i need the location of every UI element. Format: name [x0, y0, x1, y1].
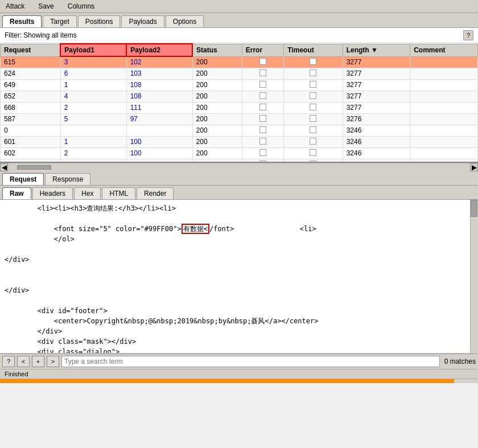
help-button[interactable]: ?	[2, 356, 15, 367]
table-cell: 3246	[343, 136, 410, 147]
timeout-checkbox[interactable]	[310, 138, 316, 145]
table-cell	[410, 159, 478, 163]
table-cell	[284, 136, 343, 147]
timeout-checkbox[interactable]	[310, 115, 316, 122]
col-comment[interactable]: Comment	[410, 44, 478, 56]
timeout-checkbox[interactable]	[310, 69, 316, 76]
tab-options[interactable]: Options	[166, 15, 204, 27]
table-cell: 624	[1, 68, 61, 79]
code-scroll-thumb[interactable]	[471, 200, 477, 217]
timeout-checkbox[interactable]	[310, 58, 316, 65]
table-row[interactable]: 60331002003246	[1, 159, 478, 163]
col-error[interactable]: Error	[242, 44, 284, 56]
timeout-checkbox[interactable]	[310, 126, 316, 133]
table-cell: 3	[60, 56, 126, 68]
search-input[interactable]	[61, 356, 440, 367]
table-cell	[242, 113, 284, 125]
tab-request[interactable]: Request	[2, 173, 44, 185]
tab-headers[interactable]: Headers	[32, 187, 73, 199]
table-cell: 2	[60, 102, 126, 113]
table-cell: 200	[192, 79, 242, 91]
timeout-checkbox[interactable]	[310, 149, 316, 156]
table-cell: 4	[60, 91, 126, 102]
error-checkbox[interactable]	[259, 115, 266, 122]
table-cell: 2	[60, 147, 126, 159]
col-payload2[interactable]: Payload2	[126, 44, 192, 56]
tab-payloads[interactable]: Payloads	[121, 15, 164, 27]
tab-positions[interactable]: Positions	[78, 15, 121, 27]
error-checkbox[interactable]	[259, 104, 266, 110]
table-cell: 1	[60, 136, 126, 147]
filter-help-button[interactable]: ?	[463, 30, 473, 40]
col-timeout[interactable]: Timeout	[284, 44, 343, 56]
table-cell: 1	[60, 79, 126, 91]
view-tabs: Raw Headers Hex HTML Render	[0, 186, 478, 200]
table-cell: 100	[126, 159, 192, 163]
error-checkbox[interactable]	[259, 58, 266, 65]
error-checkbox[interactable]	[259, 149, 266, 156]
col-payload1[interactable]: Payload1	[60, 44, 126, 56]
highlighted-text: 有数据<	[182, 224, 209, 234]
table-cell	[410, 91, 478, 102]
table-row[interactable]: 64911082003277	[1, 79, 478, 91]
table-cell: 587	[1, 113, 61, 125]
table-cell	[284, 68, 343, 79]
table-cell	[410, 113, 478, 125]
timeout-checkbox[interactable]	[310, 104, 316, 110]
error-checkbox[interactable]	[259, 126, 266, 133]
menu-columns[interactable]: Columns	[64, 1, 98, 11]
tab-results[interactable]: Results	[2, 15, 42, 27]
table-cell: 100	[126, 147, 192, 159]
table-cell: 200	[192, 91, 242, 102]
col-status[interactable]: Status	[192, 44, 242, 56]
table-cell: 103	[126, 68, 192, 79]
table-row[interactable]: 65241082003277	[1, 91, 478, 102]
code-vertical-scrollbar[interactable]	[470, 200, 478, 353]
scrollbar-thumb[interactable]	[17, 165, 51, 170]
timeout-checkbox[interactable]	[310, 81, 316, 88]
table-cell: 200	[192, 56, 242, 68]
col-length[interactable]: Length ▼	[343, 44, 410, 56]
table-cell: 200	[192, 147, 242, 159]
error-checkbox[interactable]	[259, 81, 266, 88]
table-cell	[284, 79, 343, 91]
table-cell	[242, 68, 284, 79]
scroll-left-btn[interactable]: ◀	[0, 163, 8, 171]
table-row[interactable]: 60111002003246	[1, 136, 478, 147]
table-row[interactable]: 60221002003246	[1, 147, 478, 159]
tab-hex[interactable]: Hex	[74, 187, 101, 199]
table-row[interactable]: 62461032003277	[1, 68, 478, 79]
tab-render[interactable]: Render	[137, 187, 174, 199]
toolbar: Results Target Positions Payloads Option…	[0, 13, 478, 28]
tab-html[interactable]: HTML	[102, 187, 135, 199]
timeout-checkbox[interactable]	[310, 161, 316, 163]
menu-save[interactable]: Save	[35, 1, 57, 11]
table-cell	[410, 125, 478, 136]
progress-bar-container	[0, 379, 478, 383]
error-checkbox[interactable]	[259, 69, 266, 76]
col-request[interactable]: Request	[1, 44, 61, 56]
horizontal-scrollbar[interactable]: ◀ ▶	[0, 163, 478, 171]
scroll-right-btn[interactable]: ▶	[470, 163, 478, 171]
add-button[interactable]: +	[32, 356, 44, 367]
table-cell	[410, 147, 478, 159]
table-cell: 111	[126, 102, 192, 113]
table-cell: 3246	[343, 125, 410, 136]
prev-button[interactable]: <	[17, 356, 30, 367]
table-row[interactable]: 61531022003277	[1, 56, 478, 68]
menu-attack[interactable]: Attack	[2, 1, 28, 11]
tab-response[interactable]: Response	[45, 173, 90, 185]
timeout-checkbox[interactable]	[310, 92, 316, 99]
table-row[interactable]: 02003246	[1, 125, 478, 136]
table-row[interactable]: 5875972003276	[1, 113, 478, 125]
scrollbar-track[interactable]	[17, 165, 461, 170]
table-cell	[242, 56, 284, 68]
results-table: Request Payload1 Payload2 Status Error T…	[0, 43, 478, 163]
error-checkbox[interactable]	[259, 161, 266, 163]
table-row[interactable]: 66821112003277	[1, 102, 478, 113]
next-button[interactable]: >	[47, 356, 59, 367]
tab-raw[interactable]: Raw	[2, 187, 31, 199]
tab-target[interactable]: Target	[43, 15, 76, 27]
error-checkbox[interactable]	[259, 138, 266, 145]
error-checkbox[interactable]	[259, 92, 266, 99]
